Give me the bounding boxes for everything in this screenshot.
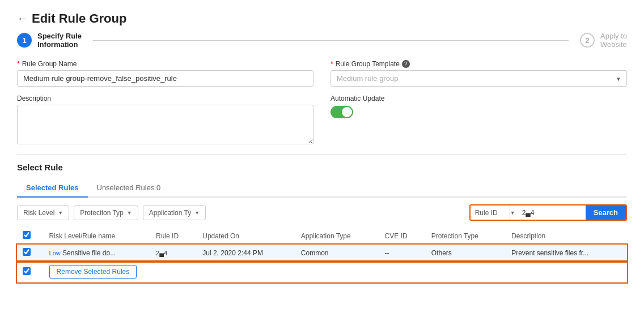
tab-unselected-rules[interactable]: Unselected Rules 0 [88,179,170,198]
search-input[interactable] [518,206,586,220]
page-title: Edit Rule Group [32,11,126,26]
table-header-row: Risk Level/Rule name Rule ID Updated On … [17,228,627,245]
col-description: Description [506,228,627,245]
template-select[interactable]: Medium rule group [331,70,627,87]
remove-row-checkbox[interactable] [23,267,31,275]
select-all-checkbox[interactable] [23,231,31,239]
tab-selected-rules[interactable]: Selected Rules [17,179,88,198]
page-container: ← Edit Rule Group 1 Specify Rule Informa… [0,0,644,317]
automatic-update-group: Automatic Update [331,95,627,146]
col-app-type: Application Type [295,228,379,245]
remove-row-checkbox-cell [17,262,44,282]
select-rule-title: Select Rule [17,162,627,172]
col-risk-rule: Risk Level/Rule name [44,228,150,245]
template-info-icon[interactable]: ? [402,60,410,68]
remove-row: Remove Selected Rules [17,262,627,282]
step-1: 1 Specify Rule Information [17,32,82,49]
risk-label: Low [49,250,61,256]
search-select-chevron-icon: ▼ [510,210,515,216]
auto-update-label: Automatic Update [331,95,627,102]
rule-group-template-label: * Rule Group Template ? [331,60,627,68]
rules-table: Risk Level/Rule name Rule ID Updated On … [17,228,627,282]
back-arrow-icon: ← [17,13,27,25]
step-1-label: Specify Rule Information [37,32,82,49]
auto-update-toggle[interactable] [331,106,353,118]
step-1-circle: 1 [17,33,32,48]
form-row-1: * Rule Group Name * Rule Group Template … [17,60,627,87]
col-protection-type: Protection Type [426,228,506,245]
row-updated-on-cell: Jul 2, 2020 2:44 PM [197,245,295,262]
rule-group-template-group: * Rule Group Template ? Medium rule grou… [331,60,627,87]
tabs-row: Selected Rules Unselected Rules 0 [17,179,627,198]
filter-row: Risk Level ▼ Protection Typ ▼ Applicatio… [17,204,627,221]
description-textarea[interactable] [17,105,313,144]
row-app-type-cell: Common [295,245,379,262]
step-2-circle: 2 [580,33,595,48]
rule-name: Sensitive file do... [62,249,116,257]
template-select-wrapper: Medium rule group ▼ [331,70,627,87]
row-description-cell: Prevent sensitive files fr... [506,245,627,262]
protection-type-filter[interactable]: Protection Typ ▼ [74,205,138,220]
back-nav[interactable]: ← Edit Rule Group [17,11,627,26]
table-row: Low Sensitive file do... 2▄4 Jul 2, 2020… [17,245,627,262]
form-row-2: Description Automatic Update [17,95,627,146]
search-field-select[interactable]: Rule ID [471,206,510,220]
row-risk-rule-cell: Low Sensitive file do... [44,245,150,262]
rule-group-name-label: * Rule Group Name [17,60,313,68]
col-checkbox [17,228,44,245]
col-rule-id: Rule ID [150,228,197,245]
description-label: Description [17,95,313,102]
description-group: Description [17,95,313,146]
remove-selected-button[interactable]: Remove Selected Rules [49,265,137,279]
application-type-filter[interactable]: Application Ty ▼ [143,205,206,220]
steps-row: 1 Specify Rule Information 2 Apply to We… [17,32,627,49]
rule-group-name-group: * Rule Group Name [17,60,313,87]
select-rule-section: Select Rule Selected Rules Unselected Ru… [17,162,627,282]
step-divider [93,40,569,41]
rule-group-name-input[interactable] [17,70,313,87]
remove-btn-cell: Remove Selected Rules [44,262,627,282]
col-cve-id: CVE ID [379,228,426,245]
toggle-knob [342,107,352,117]
row-checkbox-cell [17,245,44,262]
protection-type-chevron-icon: ▼ [127,210,132,216]
row-cve-id-cell: -- [379,245,426,262]
row-checkbox[interactable] [23,248,31,256]
risk-level-chevron-icon: ▼ [58,210,63,216]
toggle-section: Automatic Update [331,95,627,118]
row-protection-type-cell: Others [426,245,506,262]
rule-id-value: 2▄4 [156,250,167,256]
step-2: 2 Apply to Website [580,32,627,49]
section-divider [17,154,627,155]
search-button[interactable]: Search [586,205,626,220]
application-type-chevron-icon: ▼ [194,210,200,216]
search-box-wrapper: Rule ID ▼ Search [469,204,627,221]
risk-level-filter[interactable]: Risk Level ▼ [17,205,69,220]
step-2-label: Apply to Website [600,32,627,49]
col-updated-on: Updated On [197,228,295,245]
row-rule-id-cell: 2▄4 [150,245,197,262]
